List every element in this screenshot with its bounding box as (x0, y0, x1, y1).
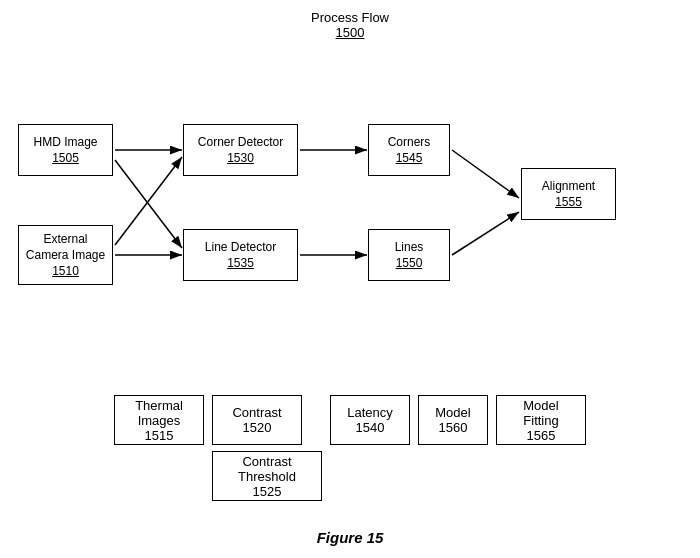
alignment-label: Alignment (542, 179, 595, 195)
alignment-box: Alignment 1555 (521, 168, 616, 220)
lines-num: 1550 (396, 256, 423, 270)
latency-label: Latency (347, 405, 393, 420)
model-label: Model (435, 405, 470, 420)
corners-num: 1545 (396, 151, 423, 165)
hmd-image-box: HMD Image 1505 (18, 124, 113, 176)
contrast-num: 1520 (243, 420, 272, 435)
alignment-num: 1555 (555, 195, 582, 209)
svg-line-3 (115, 157, 182, 245)
svg-line-2 (115, 160, 182, 248)
contrast-threshold-box: Contrast Threshold 1525 (212, 451, 322, 501)
contrast-threshold-num: 1525 (253, 484, 282, 499)
line-detector-num: 1535 (227, 256, 254, 270)
external-num: 1510 (52, 264, 79, 278)
page-title: Process Flow 1500 (0, 10, 700, 40)
line-detector-box: Line Detector 1535 (183, 229, 298, 281)
diagram-area: HMD Image 1505 ExternalCamera Image 1510… (0, 50, 700, 420)
model-fitting-box: Model Fitting 1565 (496, 395, 586, 445)
corners-label: Corners (388, 135, 431, 151)
external-camera-box: ExternalCamera Image 1510 (18, 225, 113, 285)
corner-detector-label: Corner Detector (198, 135, 283, 151)
contrast-box: Contrast 1520 (212, 395, 302, 445)
corner-detector-box: Corner Detector 1530 (183, 124, 298, 176)
thermal-label: Thermal Images (123, 398, 195, 428)
thermal-images-box: Thermal Images 1515 (114, 395, 204, 445)
contrast-label: Contrast (232, 405, 281, 420)
model-fitting-num: 1565 (527, 428, 556, 443)
model-box: Model 1560 (418, 395, 488, 445)
figure-caption: Figure 15 (0, 529, 700, 546)
svg-line-7 (452, 150, 519, 198)
corner-detector-num: 1530 (227, 151, 254, 165)
svg-line-8 (452, 212, 519, 255)
contrast-threshold-label: Contrast Threshold (221, 454, 313, 484)
model-num: 1560 (439, 420, 468, 435)
latency-box: Latency 1540 (330, 395, 410, 445)
thermal-num: 1515 (145, 428, 174, 443)
bottom-area: Thermal Images 1515 Contrast 1520 Contra… (0, 395, 700, 501)
latency-num: 1540 (356, 420, 385, 435)
title-line1: Process Flow (0, 10, 700, 25)
title-line2: 1500 (0, 25, 700, 40)
lines-box: Lines 1550 (368, 229, 450, 281)
hmd-label: HMD Image (33, 135, 97, 151)
contrast-group: Contrast 1520 Contrast Threshold 1525 (212, 395, 322, 501)
line-detector-label: Line Detector (205, 240, 276, 256)
bottom-row: Thermal Images 1515 Contrast 1520 Contra… (0, 395, 700, 501)
corners-box: Corners 1545 (368, 124, 450, 176)
lines-label: Lines (395, 240, 424, 256)
model-fitting-label: Model Fitting (505, 398, 577, 428)
hmd-num: 1505 (52, 151, 79, 165)
external-label: ExternalCamera Image (26, 232, 105, 263)
